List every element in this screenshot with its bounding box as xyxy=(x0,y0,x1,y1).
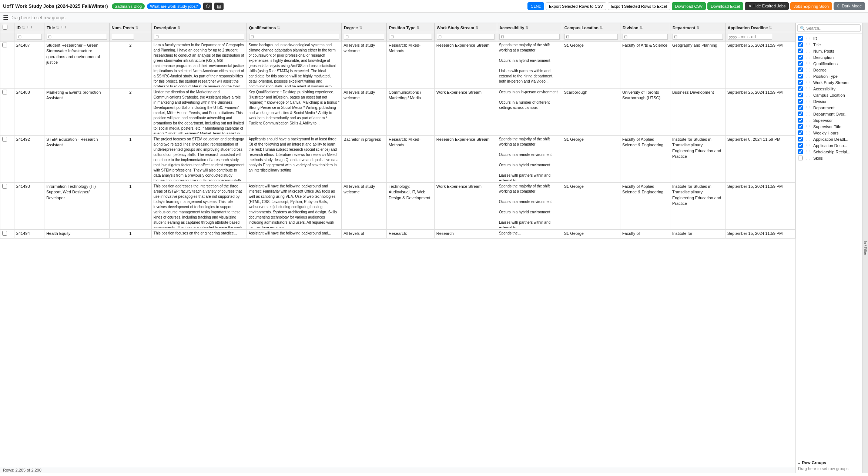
column-list-item[interactable]: ⋮⋮ Division xyxy=(796,98,862,104)
sort-icon-deadline[interactable]: ⇅ xyxy=(769,26,772,30)
column-list-item[interactable]: ⋮⋮ Department Over... xyxy=(796,111,862,117)
sort-icon-id[interactable]: ⇅ xyxy=(22,26,25,30)
th-checkbox[interactable] xyxy=(0,23,14,32)
row-checkbox-cell[interactable] xyxy=(0,41,14,89)
column-list-item[interactable]: ⋮⋮ Campus Location xyxy=(796,92,862,98)
filter-input-pos[interactable] xyxy=(389,34,432,40)
filter-pos[interactable] xyxy=(386,32,434,41)
col-drag-handle[interactable]: ⋮⋮ xyxy=(804,68,812,72)
th-qualifications[interactable]: Qualifications⇅ xyxy=(247,23,342,32)
download-csv-button[interactable]: Download CSV xyxy=(672,2,706,10)
th-department[interactable]: Department⇅ xyxy=(670,23,725,32)
row-checkbox-cell[interactable] xyxy=(0,183,14,230)
export-selected-excel-button[interactable]: Export Selected Rows to Excel xyxy=(608,2,670,10)
col-drag-handle[interactable]: ⋮⋮ xyxy=(804,112,812,116)
column-list-item[interactable]: ⋮⋮ Weekly Hours xyxy=(796,130,862,136)
column-list-item[interactable]: ⋮⋮ Degree xyxy=(796,67,862,73)
filter-degree[interactable] xyxy=(342,32,387,41)
th-application-deadline[interactable]: Application Deadline⇅ xyxy=(725,23,795,32)
col-checkbox-6[interactable] xyxy=(798,74,803,79)
select-all-checkbox[interactable] xyxy=(3,25,7,30)
filter-desc[interactable] xyxy=(151,32,247,41)
col-checkbox-16[interactable] xyxy=(798,137,803,142)
col-checkbox-4[interactable] xyxy=(798,61,803,66)
hide-expired-button[interactable]: ✕ Hide Expired Jobs xyxy=(745,2,789,10)
th-work-study-stream[interactable]: Work Study Stream⇅ xyxy=(434,23,497,32)
column-list-item[interactable]: ⋮⋮ Title xyxy=(796,41,862,48)
filter-input-degree[interactable] xyxy=(344,34,384,40)
sort-icon-acc[interactable]: ⇅ xyxy=(525,26,528,30)
col-checkbox-0[interactable] xyxy=(798,36,803,41)
table-container[interactable]: ID⇅⋮⋮ Title⇅⋮⋮ Num. Posts⇅ Description⇅ … xyxy=(0,23,795,467)
col-drag-handle[interactable]: ⋮⋮ xyxy=(804,106,812,110)
column-list-item[interactable]: ⋮⋮ Application Docu... xyxy=(796,142,862,149)
col-drag-handle[interactable]: ⋮⋮ xyxy=(804,99,812,103)
sort-icon-title[interactable]: ⇅ xyxy=(56,26,59,30)
col-drag-handle[interactable]: ⋮⋮ xyxy=(804,156,812,160)
column-list-item[interactable]: ⋮⋮ Work Study Stream xyxy=(796,79,862,86)
filter-input-num[interactable] xyxy=(112,34,134,40)
row-checkbox-0[interactable] xyxy=(2,43,7,47)
col-checkbox-5[interactable] xyxy=(798,67,803,72)
filter-dept[interactable] xyxy=(670,32,725,41)
col-drag-handle[interactable]: ⋮⋮ xyxy=(804,43,812,47)
filter-input-desc[interactable] xyxy=(154,34,244,40)
sort-icon-desc[interactable]: ⇅ xyxy=(177,26,180,30)
col-checkbox-13[interactable] xyxy=(798,118,803,123)
filter-input-div[interactable] xyxy=(623,34,668,40)
filter-wss[interactable] xyxy=(434,32,497,41)
col-drag-handle[interactable]: ⋮⋮ xyxy=(804,137,812,141)
col-checkbox-18[interactable] xyxy=(798,149,803,154)
what-are-jobs-badge[interactable]: What are work study jobs? xyxy=(147,3,201,9)
filter-campus[interactable] xyxy=(562,32,620,41)
filter-id[interactable] xyxy=(14,32,44,41)
sort-icon-num[interactable]: ⇅ xyxy=(135,26,138,30)
sort-icon-div[interactable]: ⇅ xyxy=(640,26,643,30)
th-num-posts[interactable]: Num. Posts⇅ xyxy=(109,23,151,32)
th-title[interactable]: Title⇅⋮⋮ xyxy=(44,23,109,32)
col-drag-handle[interactable]: ⋮⋮ xyxy=(804,74,812,78)
column-list-item[interactable]: ⋮⋮ Position Type xyxy=(796,73,862,79)
db-icon-btn[interactable]: ▤ xyxy=(214,3,224,10)
col-checkbox-14[interactable] xyxy=(798,124,803,129)
col-checkbox-8[interactable] xyxy=(798,86,803,91)
filter-title[interactable] xyxy=(44,32,109,41)
row-checkbox-cell[interactable] xyxy=(0,230,14,239)
col-drag-handle[interactable]: ⋮⋮ xyxy=(804,150,812,154)
column-list-item[interactable]: ⋮⋮ Supervisor xyxy=(796,117,862,123)
col-checkbox-19[interactable] xyxy=(798,156,803,160)
column-list-item[interactable]: ⋮⋮ Num. Posts xyxy=(796,48,862,54)
filter-input-qual[interactable] xyxy=(249,34,339,40)
dark-mode-button[interactable]: ☾ Dark Mode xyxy=(834,2,865,10)
sort-icon-degree[interactable]: ⇅ xyxy=(359,26,362,30)
col-checkbox-1[interactable] xyxy=(798,42,803,47)
col-checkbox-10[interactable] xyxy=(798,99,803,104)
column-list-item[interactable]: ⋮⋮ Application Deadl... xyxy=(796,136,862,142)
th-id[interactable]: ID⇅⋮⋮ xyxy=(14,23,44,32)
col-checkbox-3[interactable] xyxy=(798,55,803,60)
filter-input-wss[interactable] xyxy=(437,34,495,40)
col-drag-handle[interactable]: ⋮⋮ xyxy=(804,118,812,122)
col-drag-handle[interactable]: ⋮⋮ xyxy=(804,124,812,129)
filter-qual[interactable] xyxy=(247,32,342,41)
row-checkbox-1[interactable] xyxy=(2,90,7,94)
column-list-item[interactable]: ⋮⋮ Accessibility xyxy=(796,86,862,92)
sort-icon-qual[interactable]: ⇅ xyxy=(277,26,280,30)
filter-input-campus[interactable] xyxy=(564,34,618,40)
row-checkbox-3[interactable] xyxy=(2,184,7,189)
column-list-item[interactable]: ⋮⋮ Scholarship Recipi... xyxy=(796,149,862,155)
download-excel-button[interactable]: Download Excel xyxy=(707,2,743,10)
drag-id[interactable]: ⋮⋮ xyxy=(26,26,33,30)
clnz-button[interactable]: CLNz xyxy=(527,2,544,10)
row-checkbox-cell[interactable] xyxy=(0,89,14,136)
th-accessibility[interactable]: Accessibility⇅ xyxy=(497,23,562,32)
filter-tab[interactable]: In / Filter xyxy=(862,23,868,473)
sort-icon-wss[interactable]: ⇅ xyxy=(475,26,478,30)
col-checkbox-17[interactable] xyxy=(798,143,803,148)
col-drag-handle[interactable]: ⋮⋮ xyxy=(804,49,812,53)
sadmans-blog-badge[interactable]: Sadman's Blog xyxy=(112,3,145,9)
filter-input-acc[interactable] xyxy=(499,34,560,40)
filter-input-dept[interactable] xyxy=(673,34,723,40)
th-degree[interactable]: Degree⇅ xyxy=(342,23,387,32)
filter-input-title[interactable] xyxy=(47,34,107,40)
